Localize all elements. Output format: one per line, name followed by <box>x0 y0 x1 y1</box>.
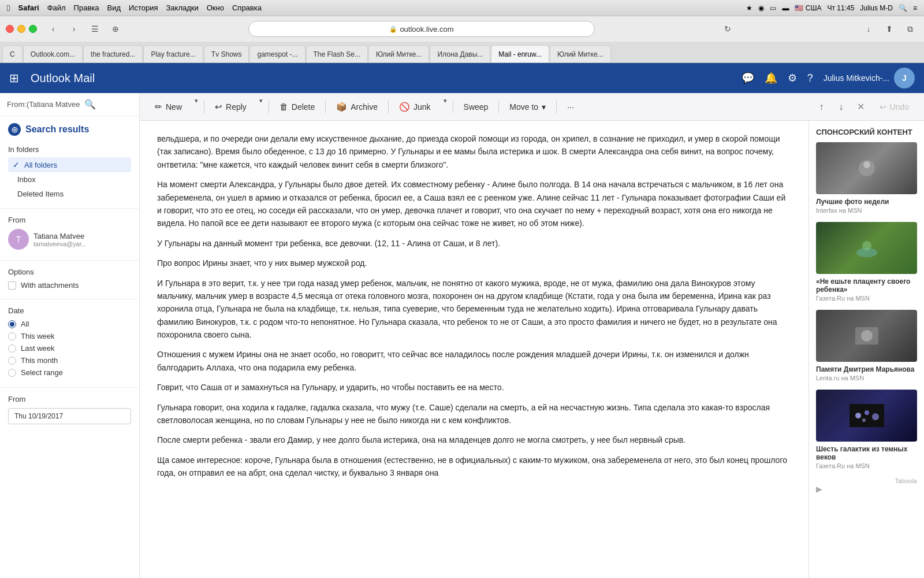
delete-icon: 🗑 <box>280 102 288 112</box>
menu-bookmarks[interactable]: Закладки <box>166 3 198 12</box>
svg-point-5 <box>861 330 873 342</box>
junk-chevron-button[interactable]: ▾ <box>440 97 450 117</box>
tab-play[interactable]: Play fracture... <box>143 45 203 62</box>
search-results-title: ◎ Search results <box>8 123 131 136</box>
sponsored-card-4-title: Шесть галактик из темных веков <box>816 445 917 461</box>
radio-selectrange[interactable] <box>8 369 16 377</box>
checkmark-icon: ✓ <box>13 160 20 169</box>
move-to-button[interactable]: Move to ▾ <box>501 97 554 117</box>
close-window-button[interactable] <box>6 25 14 33</box>
new-tab-button[interactable]: ⊕ <box>107 21 124 37</box>
folder-inbox[interactable]: Inbox <box>8 172 131 187</box>
tab-ilona[interactable]: Илона Давы... <box>430 45 490 62</box>
date-thisweek-option[interactable]: This week <box>8 332 131 340</box>
menu-view[interactable]: Вид <box>107 3 121 12</box>
minimize-window-button[interactable] <box>17 25 25 33</box>
menu-safari[interactable]: Safari <box>18 3 39 12</box>
menubar-battery: ▬ <box>782 4 789 12</box>
from-section: From T Tatiana Matvee tamatveeva@yar... <box>0 211 139 258</box>
apple-logo-icon[interactable]:  <box>7 3 10 13</box>
menu-window[interactable]: Окно <box>207 3 224 12</box>
delete-button[interactable]: 🗑 Delete <box>271 97 323 117</box>
menubar-notif-icon[interactable]: ≡ <box>913 4 917 12</box>
email-paragraph-9: После смерти ребенка - звали его Дамир, … <box>157 433 791 446</box>
chat-icon[interactable]: 💬 <box>742 72 754 84</box>
archive-button[interactable]: 📦 Archive <box>328 97 386 117</box>
settings-icon[interactable]: ⚙ <box>788 72 797 84</box>
new-button[interactable]: ✏ New <box>147 97 190 117</box>
nav-up-button[interactable]: ↑ <box>813 98 831 116</box>
tab-gamespot[interactable]: gamespot -... <box>249 45 305 62</box>
menu-file[interactable]: Файл <box>47 3 66 12</box>
sponsored-card-2[interactable]: «Не ешьте плаценту своего ребенка» Газет… <box>816 222 917 302</box>
attachments-checkbox[interactable] <box>8 281 16 290</box>
tab-fractured[interactable]: the fractured... <box>83 45 143 62</box>
address-bar[interactable]: 🔒 outlook.live.com <box>248 21 595 37</box>
taboola-arrow-icon[interactable]: ▶ <box>816 484 917 494</box>
menubar-search-icon[interactable]: 🔍 <box>899 4 907 12</box>
menubar-airplay: ▭ <box>770 4 776 12</box>
reader-view-button[interactable]: ☰ <box>87 21 103 37</box>
main-area: From:(Tatiana Matvee 🔍 ◎ Search results … <box>0 93 924 578</box>
tab-outlook[interactable]: Outlook.com... <box>23 45 83 62</box>
help-icon[interactable]: ? <box>807 72 813 84</box>
tab-mail[interactable]: Mail - enruw... <box>491 45 549 62</box>
sweep-button[interactable]: Sweep <box>456 97 497 117</box>
tab-tvshows[interactable]: Tv Shows <box>204 45 249 62</box>
sponsored-card-3[interactable]: Памяти Дмитрия Марьянова Lenta.ru на MSN <box>816 310 917 381</box>
new-window-button[interactable]: ⧉ <box>902 21 918 37</box>
nav-down-button[interactable]: ↓ <box>832 98 851 116</box>
sender-info: Tatiana Matvee tamatveeva@yar... <box>33 232 87 247</box>
fullscreen-window-button[interactable] <box>29 25 37 33</box>
tab-flash[interactable]: The Flash Se... <box>306 45 368 62</box>
reply-button[interactable]: ↩ Reply <box>207 97 255 117</box>
more-button[interactable]: ··· <box>559 97 582 117</box>
from-date-input[interactable] <box>8 408 131 424</box>
menu-history[interactable]: История <box>129 3 158 12</box>
user-profile-button[interactable]: Julius Mitkevich-... J <box>824 68 915 88</box>
date-all-option[interactable]: All <box>8 320 131 328</box>
sponsored-card-1[interactable]: Лучшие фото недели Interfax на MSN <box>816 142 917 214</box>
back-button[interactable]: ‹ <box>45 21 61 37</box>
date-thismonth-option[interactable]: This month <box>8 356 131 365</box>
date-lastweek-option[interactable]: Last week <box>8 344 131 353</box>
tab-c[interactable]: C <box>2 45 23 62</box>
sidebar: From:(Tatiana Matvee 🔍 ◎ Search results … <box>0 93 140 578</box>
download-button[interactable]: ↓ <box>860 21 877 37</box>
share-button[interactable]: ⬆ <box>881 21 897 37</box>
undo-button[interactable]: ↩ Undo <box>871 97 917 117</box>
app-grid-icon[interactable]: ⊞ <box>9 71 19 85</box>
radio-thisweek[interactable] <box>8 332 16 340</box>
bell-icon[interactable]: 🔔 <box>765 72 777 84</box>
search-icon[interactable]: 🔍 <box>84 99 96 110</box>
junk-button[interactable]: 🚫 Junk <box>391 97 439 117</box>
sponsored-card-4[interactable]: Шесть галактик из темных веков Газета.Ru… <box>816 390 917 469</box>
forward-button[interactable]: › <box>66 21 82 37</box>
new-chevron-button[interactable]: ▾ <box>191 97 202 117</box>
from-date-section: From <box>0 390 139 429</box>
folder-all[interactable]: ✓ All folders <box>8 157 131 172</box>
email-paragraph-2: На момент смерти Александра, у Гульнары … <box>157 178 791 230</box>
radio-all[interactable] <box>8 320 16 328</box>
sender-email: tamatveeva@yar... <box>33 240 87 247</box>
sponsored-card-2-title: «Не ешьте плаценту своего ребенка» <box>816 277 917 294</box>
radio-thismonth[interactable] <box>8 357 16 365</box>
menu-help[interactable]: Справка <box>232 3 262 12</box>
radio-lastweek[interactable] <box>8 344 16 353</box>
search-results-header: ◎ Search results <box>0 116 139 140</box>
close-email-button[interactable]: ✕ <box>852 98 870 116</box>
tab-yuliy1[interactable]: Юлий Митке... <box>368 45 430 62</box>
svg-point-9 <box>872 413 879 420</box>
tab-yuliy2[interactable]: Юлий Митке... <box>550 45 611 62</box>
svg-point-3 <box>862 241 871 250</box>
with-attachments-option[interactable]: With attachments <box>8 281 131 290</box>
app-container: ⊞ Outlook Mail 💬 🔔 ⚙ ? Julius Mitkevich-… <box>0 63 924 578</box>
sponsored-card-3-title: Памяти Дмитрия Марьянова <box>816 365 917 373</box>
reply-chevron-button[interactable]: ▾ <box>256 97 266 117</box>
folder-deleted[interactable]: Deleted Items <box>8 187 131 201</box>
menu-edit[interactable]: Правка <box>74 3 99 12</box>
reload-button[interactable]: ↻ <box>720 21 736 37</box>
svg-point-10 <box>862 418 866 422</box>
toolbar-divider-1 <box>204 101 204 113</box>
date-selectrange-option[interactable]: Select range <box>8 368 131 377</box>
